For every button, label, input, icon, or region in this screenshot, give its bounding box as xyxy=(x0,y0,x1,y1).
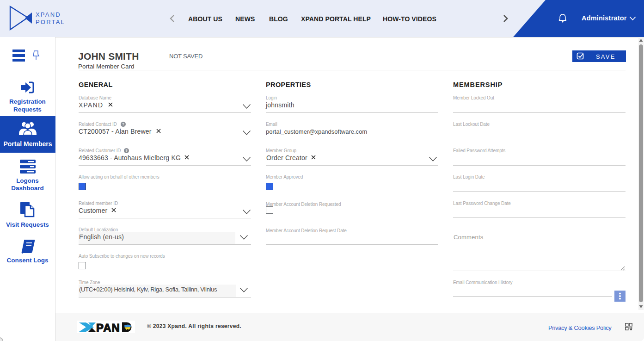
svg-text:PAN: PAN xyxy=(96,322,120,333)
svg-text:PORTAL: PORTAL xyxy=(36,19,65,25)
svg-text:XPAND: XPAND xyxy=(36,11,61,18)
